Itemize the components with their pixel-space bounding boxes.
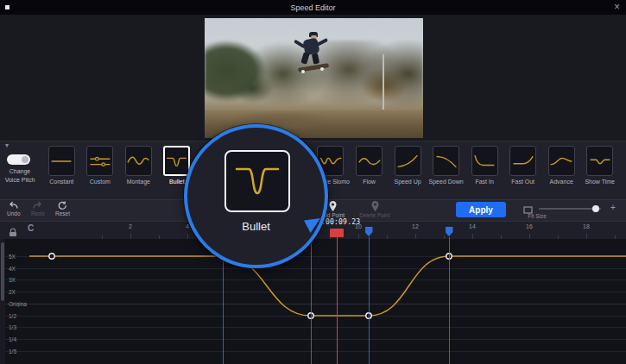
preset-curve-icon — [471, 146, 498, 176]
reset-label: Reset — [55, 210, 70, 217]
ruler-tick — [415, 234, 416, 239]
ruler-tick-minor — [615, 235, 616, 239]
voice-pitch-label-line1: Change — [0, 167, 40, 176]
undo-icon — [8, 201, 19, 210]
ruler-tick — [529, 234, 530, 239]
skater-leg-right — [312, 53, 319, 64]
voice-pitch-toggle[interactable] — [7, 154, 30, 165]
bullet-curve-icon — [231, 159, 283, 204]
voice-pitch-label: Change Voice Pitch — [0, 167, 40, 185]
preset-label: Fast Out — [511, 179, 534, 185]
keyframe-marker-line — [449, 237, 450, 364]
skateboarder — [288, 32, 343, 85]
playhead-line[interactable] — [337, 237, 338, 364]
preset-curve-icon — [163, 146, 190, 176]
delete-point-button[interactable]: Delete Point — [356, 201, 394, 218]
preset-label: Show Time — [585, 179, 615, 185]
speed-editor-window: Speed Editor × 5X4X3X2XOriginal1/21/31/4… — [0, 0, 626, 364]
preset-curve-icon — [586, 146, 613, 176]
ruler-tick — [187, 234, 188, 239]
ruler-number: 2 — [129, 223, 132, 229]
preset-curve-icon — [86, 146, 113, 176]
preset-curve-icon — [433, 146, 459, 176]
ruler-tick-minor — [159, 235, 160, 239]
preset-label: Custom — [90, 179, 111, 185]
preset-custom[interactable]: Custom — [81, 146, 120, 196]
keyframe-marker-line — [369, 237, 370, 364]
preset-curve-icon — [356, 146, 383, 176]
ruler-tick — [358, 234, 359, 239]
redo-label: Redo — [31, 210, 45, 217]
preset-list: Constant Custom Montage Bullet Double Sl… — [42, 146, 619, 196]
graph-scrollbar[interactable] — [0, 239, 5, 364]
speed-curve — [0, 239, 626, 364]
preset-fast-in[interactable]: Fast In — [465, 146, 504, 196]
ruler-tick-minor — [501, 235, 502, 239]
ruler-number: 18 — [583, 223, 590, 229]
preset-curve-icon — [509, 146, 536, 176]
toggle-knob-icon — [22, 156, 28, 163]
curve-keyframe-point[interactable] — [49, 254, 54, 259]
preset-montage[interactable]: Montage — [119, 146, 158, 196]
preset-curve-icon — [48, 146, 75, 176]
skateboard-wheel — [301, 70, 305, 73]
preset-speed-up[interactable]: Speed Up — [389, 146, 427, 196]
delete-point-pin-icon — [371, 201, 379, 211]
add-point-pin-icon — [329, 201, 337, 211]
plus-icon[interactable]: + — [610, 203, 616, 212]
ruler-tick — [472, 234, 473, 239]
skateboard-wheel — [320, 67, 324, 71]
fit-size-label: Fit Size — [520, 213, 554, 219]
collapse-arrow-icon[interactable]: ▾ — [5, 141, 9, 149]
preset-label: Speed Down — [429, 179, 464, 185]
preset-label: Flow — [363, 179, 376, 185]
preset-label: Montage — [127, 179, 150, 185]
ruler-tick-minor — [102, 235, 103, 239]
magnified-bullet-thumbnail[interactable] — [224, 150, 290, 212]
ruler-number: 12 — [412, 223, 419, 229]
window-dot-icon — [5, 5, 9, 9]
ruler-number: 14 — [469, 223, 476, 229]
ruler-number: 16 — [526, 223, 533, 229]
voice-pitch-label-line2: Voice Pitch — [0, 176, 40, 185]
preset-curve-icon — [125, 146, 152, 176]
video-preview[interactable] — [205, 18, 423, 138]
preset-label: Fast In — [475, 179, 493, 185]
preset-fast-out[interactable]: Fast Out — [503, 146, 542, 196]
lock-icon[interactable] — [9, 225, 17, 241]
snap-icon[interactable]: C — [28, 223, 34, 233]
preset-label: Bullet — [169, 179, 185, 185]
preset-label: Constant — [49, 179, 73, 185]
preset-magnifier: Bullet — [184, 124, 328, 268]
ruler-tick — [130, 234, 131, 239]
preset-curve-icon — [395, 146, 421, 176]
ruler-tick-minor — [558, 235, 559, 239]
redo-icon — [32, 201, 43, 210]
graph-scrollbar-thumb[interactable] — [1, 242, 4, 301]
preset-flow[interactable]: Flow — [350, 146, 389, 196]
playhead-grip[interactable] — [330, 229, 344, 237]
preset-show-time[interactable]: Show Time — [580, 146, 619, 196]
undo-label: Undo — [7, 210, 21, 217]
pole — [383, 54, 384, 110]
ruler-tick-minor — [444, 235, 445, 239]
close-button[interactable]: × — [614, 0, 620, 15]
preset-advance[interactable]: Advance — [542, 146, 581, 196]
preset-curve-icon — [548, 146, 575, 176]
ruler-tick — [586, 234, 587, 239]
delete-point-label: Delete Point — [359, 212, 389, 218]
redo-button[interactable]: Redo — [31, 201, 45, 217]
reset-button[interactable]: Reset — [55, 201, 70, 217]
titlebar: Speed Editor × — [0, 0, 626, 15]
preset-speed-down[interactable]: Speed Down — [427, 146, 465, 196]
window-title: Speed Editor — [290, 3, 335, 12]
magnifier-label: Bullet — [187, 220, 325, 233]
speed-curve-graph[interactable]: 5X4X3X2XOriginal1/21/31/41/5 — [0, 239, 626, 364]
preset-label: Advance — [550, 179, 573, 185]
preset-label: Speed Up — [394, 179, 420, 185]
preset-constant[interactable]: Constant — [42, 146, 81, 196]
reset-icon — [58, 201, 67, 210]
fit-size-slider-knob[interactable] — [592, 205, 599, 212]
apply-button[interactable]: Apply — [456, 202, 506, 217]
undo-button[interactable]: Undo — [7, 201, 21, 217]
